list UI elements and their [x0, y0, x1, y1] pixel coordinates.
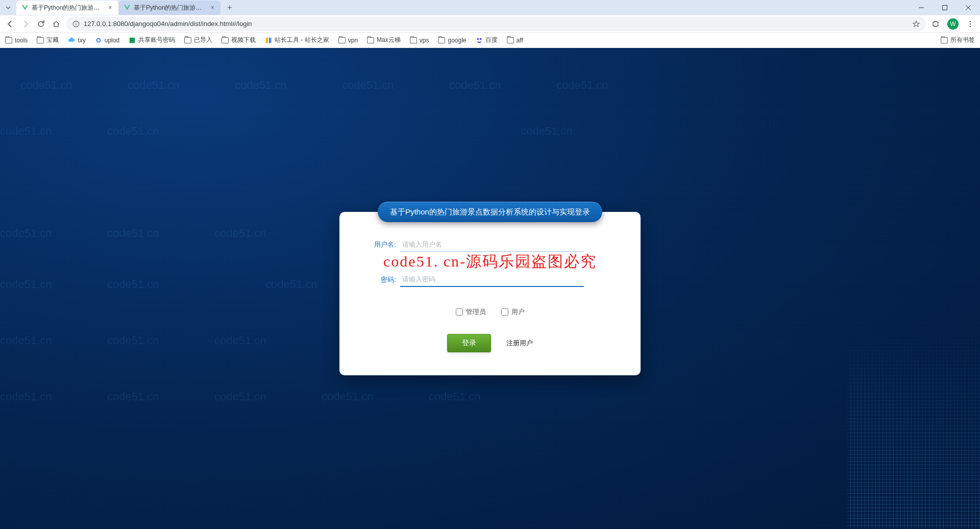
- bookmarks-bar: tools 宝藏 txy uplod 共享账号密码 已导入 视频下载 站长工具 …: [0, 33, 980, 48]
- address-bar: W: [0, 15, 980, 33]
- folder-icon: [941, 37, 948, 43]
- svg-point-6: [970, 23, 971, 24]
- bookmark-txy[interactable]: txy: [68, 37, 85, 44]
- vue-icon: [124, 4, 131, 11]
- username-input[interactable]: [400, 237, 584, 252]
- all-bookmarks[interactable]: 所有书签: [941, 36, 975, 44]
- star-icon[interactable]: [913, 20, 920, 28]
- tab-title: 基于Python的热门旅游景点数…: [32, 4, 104, 12]
- sheet-icon: [129, 37, 136, 44]
- bookmark-max[interactable]: Max云梯: [367, 36, 401, 44]
- register-link[interactable]: 注册用户: [506, 339, 533, 348]
- maximize-button[interactable]: [933, 0, 957, 15]
- username-row: 用户名:: [368, 237, 612, 252]
- bookmark-zhanzhang[interactable]: 站长工具 - 站长之家: [265, 36, 329, 44]
- minimize-button[interactable]: [910, 0, 933, 15]
- password-label: 密码:: [368, 275, 396, 284]
- svg-rect-8: [130, 37, 135, 43]
- back-button[interactable]: [5, 19, 15, 29]
- forward-button[interactable]: [20, 19, 31, 29]
- role-row: 管理员 用户: [368, 307, 612, 317]
- url-box[interactable]: [66, 17, 926, 31]
- new-tab-button[interactable]: +: [224, 2, 236, 14]
- bookmark-video[interactable]: 视频下载: [222, 36, 256, 44]
- password-input[interactable]: [400, 272, 584, 287]
- reload-button[interactable]: [36, 19, 46, 29]
- site-info-icon[interactable]: [72, 20, 80, 28]
- bookmark-shared-pwd[interactable]: 共享账号密码: [129, 36, 175, 44]
- bookmark-google[interactable]: google: [438, 37, 466, 44]
- bookmark-imported[interactable]: 已导入: [184, 36, 212, 44]
- role-admin-option[interactable]: 管理员: [456, 307, 486, 317]
- folder-icon: [184, 37, 191, 43]
- user-checkbox[interactable]: [501, 308, 508, 316]
- svg-point-11: [477, 38, 479, 40]
- action-row: 登录 注册用户: [368, 334, 612, 352]
- folder-icon: [37, 37, 44, 43]
- tab-title: 基于Python的热门旅游景点数…: [134, 4, 206, 12]
- svg-point-12: [479, 38, 481, 40]
- tab-active[interactable]: 基于Python的热门旅游景点数… ×: [16, 1, 118, 15]
- page-content: code51.cn code51.cn code51.cn code51.cn …: [0, 48, 980, 529]
- login-button[interactable]: 登录: [447, 334, 491, 352]
- link-icon: [95, 37, 102, 44]
- tab-bar: 基于Python的热门旅游景点数… × 基于Python的热门旅游景点数… × …: [0, 0, 980, 15]
- vue-icon: [21, 4, 29, 11]
- bookmark-vpn[interactable]: vpn: [338, 37, 358, 44]
- bookmark-vps[interactable]: vps: [410, 37, 429, 44]
- username-label: 用户名:: [368, 240, 396, 249]
- site-icon: [265, 37, 272, 44]
- tabs-dropdown[interactable]: [4, 4, 12, 12]
- login-card: 用户名: 密码: 管理员 用户 登录 注册用户: [339, 212, 641, 375]
- profile-avatar[interactable]: W: [947, 18, 959, 30]
- bookmark-baidu[interactable]: 百度: [476, 36, 498, 44]
- cloud-icon: [68, 37, 75, 44]
- baidu-icon: [476, 37, 483, 44]
- close-window-button[interactable]: [957, 0, 980, 15]
- close-icon[interactable]: ×: [107, 5, 113, 11]
- svg-point-5: [970, 20, 971, 21]
- bookmark-aff[interactable]: aff: [507, 37, 523, 44]
- browser-chrome: 基于Python的热门旅游景点数… × 基于Python的热门旅游景点数… × …: [0, 0, 980, 48]
- svg-point-7: [970, 26, 971, 27]
- admin-checkbox[interactable]: [456, 308, 463, 316]
- folder-icon: [5, 37, 12, 43]
- svg-point-4: [76, 22, 77, 23]
- bookmark-uplod[interactable]: uplod: [95, 37, 119, 44]
- folder-icon: [338, 37, 346, 43]
- folder-icon: [438, 37, 445, 43]
- home-button[interactable]: [51, 19, 61, 29]
- window-controls: [910, 0, 980, 15]
- role-user-option[interactable]: 用户: [501, 307, 525, 317]
- svg-rect-9: [266, 37, 268, 43]
- extensions-icon[interactable]: [931, 19, 940, 29]
- folder-icon: [222, 37, 229, 43]
- folder-icon: [507, 37, 514, 43]
- bookmark-baozang[interactable]: 宝藏: [37, 36, 59, 44]
- menu-icon[interactable]: [966, 19, 975, 29]
- close-icon[interactable]: ×: [209, 5, 215, 11]
- svg-rect-1: [943, 6, 947, 10]
- tab-inactive-1[interactable]: 基于Python的热门旅游景点数… ×: [118, 1, 220, 15]
- login-panel: 基于Python的热门旅游景点数据分析系统的设计与实现登录 用户名: 密码: 管…: [339, 202, 641, 375]
- password-row: 密码:: [368, 272, 612, 287]
- login-header: 基于Python的热门旅游景点数据分析系统的设计与实现登录: [378, 202, 602, 222]
- bookmark-tools[interactable]: tools: [5, 37, 28, 44]
- folder-icon: [410, 37, 417, 43]
- svg-rect-10: [269, 37, 271, 43]
- folder-icon: [367, 37, 374, 43]
- url-input[interactable]: [84, 20, 909, 28]
